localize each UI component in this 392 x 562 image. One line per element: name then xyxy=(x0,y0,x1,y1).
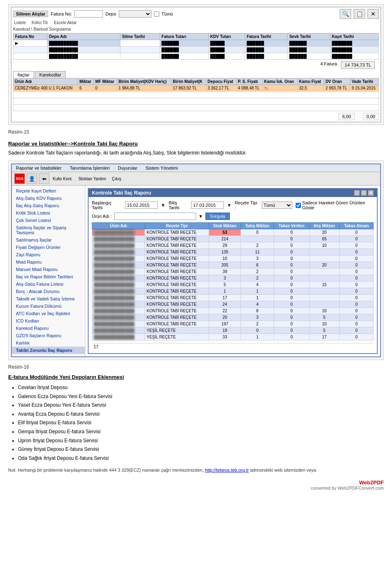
efatura-list-item: Oda Sağlık İtriyat Deposu E-fatura Servi… xyxy=(18,454,384,463)
excele-label: Excele Aktar xyxy=(53,20,78,25)
col-kdv-tutari: KDV Tutarı xyxy=(208,34,245,40)
report-table-row[interactable]: ██████████████KONTROLE TABİ REÇETE1100 xyxy=(92,288,374,295)
col-miktar: Miktar xyxy=(78,78,94,85)
depo-select[interactable] xyxy=(119,10,151,18)
table-row[interactable]: ██████████ ██████ █████ ██████ ██████ ██… xyxy=(13,47,379,53)
sidebar-nav: Reçete Kayıt Defteri Alış-Satış KDV Rapo… xyxy=(12,186,85,356)
col-kamu-isk: Kamu İsk. Oran xyxy=(263,78,298,85)
app-body: Reçete Kayıt Defteri Alış-Satış KDV Rapo… xyxy=(12,186,380,356)
sidebar-item-ilac-alis-satis[interactable]: İlaç Alış-Satış Raporu xyxy=(12,202,85,209)
report-table-row[interactable]: ██████████████KONTROLE TABİ REÇETE135110… xyxy=(92,249,374,255)
col-kayit-tarihi: Kayıt Tarihi xyxy=(330,34,379,40)
report-table-row[interactable]: ██████████████KONTROLE TABİ REÇETE292010… xyxy=(92,242,374,249)
report-table-row[interactable]: ██████████████KONTROLE TABİ REÇETE228010… xyxy=(92,308,374,314)
menu-sistem[interactable]: Sistem Yönetimi xyxy=(141,164,182,172)
hareket-checkbox[interactable] xyxy=(296,203,301,208)
report-table-row[interactable]: ██████████████KONTROLE TABİ REÇETE203050 xyxy=(92,314,374,321)
baslangic-label: Başlangıç Tarihi xyxy=(92,200,122,210)
report-table-row[interactable]: ██████████████KONTROLE TABİ REÇETE3200 xyxy=(92,275,374,282)
sidebar-item-satilmis-ilaclar[interactable]: Satılmış İlaçlar ve Sipariş Tavsiyesi xyxy=(12,224,85,236)
rth-takas-v: Takas Verilen xyxy=(274,223,309,229)
dropdown-arrow-bitis[interactable]: ▼ xyxy=(227,203,232,208)
report-table-row[interactable]: ██████████████KONTROLE TABİ REÇETE214065… xyxy=(92,236,374,242)
toolbar-label-kulto: Kulto Kont. xyxy=(53,177,73,181)
report-table-row[interactable]: ██████████████YEŞİL REÇETE180050 xyxy=(92,327,374,334)
col-mf-miktar: MF Miktar xyxy=(94,78,117,85)
efatura-list-item: Yaset Ecza Deposu Yeni E-fatura Servisi xyxy=(18,401,384,410)
section1-heading: Raporlar ve İstatistikler-->Kontrole Tab… xyxy=(8,141,384,147)
app-menubar: Raporlar ve İstatistikler Tanımlama İşle… xyxy=(12,164,380,172)
sidebar-item-satilmamis[interactable]: Satılmamış İlaçlar xyxy=(12,236,85,244)
menu-raporlar[interactable]: Raporlar ve İstatistikler xyxy=(12,164,66,172)
app-window: Raporlar ve İstatistikler Tanımlama İşle… xyxy=(11,163,381,357)
report-table-row[interactable]: ██████████████KONTROLE TABİ REÇETE39200 xyxy=(92,269,374,275)
sidebar-item-karekod-raporu[interactable]: Karekod Raporu xyxy=(12,325,85,332)
sgs-icon[interactable]: SGS xyxy=(14,173,25,184)
dropdown-arrow-urun[interactable]: ▼ xyxy=(198,214,203,219)
win-minimize-btn[interactable]: _ xyxy=(354,190,360,196)
fatura-no-label: Fatura No: xyxy=(51,11,72,16)
col-birim-mal-harsiz: Birim Maliyet(KDV Hariç) xyxy=(117,78,172,85)
report-table-row[interactable]: ██████████████KONTROLE TABİ REÇETE197201… xyxy=(92,321,374,327)
sidebar-item-zayi[interactable]: Zayi Raporu xyxy=(12,251,85,258)
table-row[interactable]: ▶ ██████████ ██████ █████ ██████ ██████ … xyxy=(13,40,379,47)
sidebar-item-alis-satis-kdv[interactable]: Alış-Satış KDV Raporu xyxy=(12,195,85,202)
footer-link[interactable]: http://tebeos.teb.org.tr xyxy=(205,468,249,472)
window-buttons: _ □ ✕ xyxy=(354,190,374,196)
dialog-window: Kontrole Tabi İlaç Raporu _ □ ✕ Başlangı… xyxy=(88,188,378,354)
sidebar-item-gzd[interactable]: GZD'li İlaçların Raporu xyxy=(12,332,85,339)
kolici-tili-btn[interactable]: 📋 xyxy=(354,9,365,19)
footer-mf: 0,00 xyxy=(363,113,379,120)
report-table-row[interactable]: ██████████████KONTROLE TABİ REÇETE205602… xyxy=(92,262,374,269)
resim16-screenshot: Raporlar ve İstatistikler Tanımlama İşle… xyxy=(8,161,384,360)
report-table-row[interactable]: ██████████████YEŞİL REÇETE3310170 xyxy=(92,334,374,340)
main-content: Kontrole Tabi İlaç Raporu _ □ ✕ Başlangı… xyxy=(85,186,380,356)
table-row[interactable]: ██████████ ██████ █████ ██████ ██████ ██… xyxy=(13,53,379,60)
watermark-bottom: converted by Web2PDFConvert.com xyxy=(0,486,384,490)
menu-duyurular[interactable]: Duyurular xyxy=(114,164,142,172)
excele-aktar-btn[interactable]: ✕ xyxy=(368,9,379,19)
sidebar-item-ilac-rapor-bitirim[interactable]: İlaç ve Rapor Bitirim Tarihleri xyxy=(12,273,85,280)
win-maximize-btn[interactable]: □ xyxy=(361,190,367,196)
tumu-checkbox[interactable] xyxy=(154,11,159,17)
tab-karekodlar[interactable]: Karekodlar xyxy=(35,71,65,78)
sidebar-item-cek-senet[interactable]: Çek Senet Listesi xyxy=(12,217,85,224)
sidebar-item-recete-kayit[interactable]: Reçete Kayıt Defteri xyxy=(12,187,85,195)
footer-qty: 6,00 xyxy=(339,113,354,120)
bitis-input[interactable] xyxy=(191,202,224,209)
sidebar-item-taksitli-vadeli[interactable]: Taksitli ve Vadeli Satış İzleme xyxy=(12,295,85,302)
recete-tipi-select[interactable]: Tümü xyxy=(262,202,293,209)
detail-row[interactable]: CEREZYMEe 400 U 1 FLAKON 6 0 1 984,88 TL… xyxy=(13,85,379,92)
fatura-no-input[interactable] xyxy=(74,10,103,18)
logout-icon[interactable]: ⬅ xyxy=(39,173,49,184)
dropdown-arrow-baslangic[interactable]: ▼ xyxy=(161,203,165,208)
report-table-row[interactable]: ██████████████KONTROLE TABİ REÇETE540150 xyxy=(92,282,374,288)
menu-tanimlama[interactable]: Tanımlama İşlemleri xyxy=(66,164,114,172)
user-icon[interactable]: 👤 xyxy=(27,173,37,184)
baslangic-input[interactable] xyxy=(125,202,158,209)
sidebar-item-atc-kodlari[interactable]: ATC Kodları ve İlaç İlişkileri xyxy=(12,310,85,317)
sidebar-item-icd[interactable]: ICD Kodları xyxy=(12,317,85,325)
report-table-row[interactable]: ██████████████KONTROLE TABİ REÇETE530020… xyxy=(92,229,374,236)
watermark-top: Web2PDF xyxy=(0,479,384,486)
report-table-row[interactable]: ██████████████KONTROLE TABİ REÇETE24400 xyxy=(92,301,374,308)
hareket-label: Sadece Hareket Gören Ürünleri Göste xyxy=(302,200,374,210)
sidebar-item-karlilik[interactable]: Karlılık xyxy=(12,339,85,347)
win-close-btn[interactable]: ✕ xyxy=(368,190,374,196)
summary-amount: 14 734,73 TL xyxy=(341,61,375,69)
tab-ilaclar[interactable]: İlaçlar xyxy=(13,71,34,78)
sidebar-item-fiyati-degisen[interactable]: Fiyatı Değişen Ürünler xyxy=(12,244,85,251)
sidebar-item-kritik-stok[interactable]: Kritik Stok Listesi xyxy=(12,209,85,217)
sidebar-item-kurum-fatura[interactable]: Kurum Fatura Dökümü xyxy=(12,302,85,310)
sidebar-item-borc-alacak[interactable]: Borç - Alacak Durumu xyxy=(12,288,85,295)
listele-btn[interactable]: 🔍 xyxy=(340,9,351,19)
sidebar-item-miad[interactable]: Miad Raporu xyxy=(12,258,85,266)
report-table-row[interactable]: ██████████████KONTROLE TABİ REÇETE17100 xyxy=(92,295,374,301)
sidebar-item-takibi-zorunlu[interactable]: Takibi Zorunlu İlaç Raporu xyxy=(12,347,85,354)
silinen-alislar-label: Silinen Alışlar xyxy=(13,11,48,17)
sidebar-item-alis-satis-fatura[interactable]: Alış-Satış Fatura Listesi xyxy=(12,280,85,288)
sidebar-item-manuel-miad[interactable]: Manuel Miad Raporu xyxy=(12,266,85,273)
urun-adi-input[interactable] xyxy=(114,213,196,220)
report-table-row[interactable]: ██████████████KONTROLE TABİ REÇETE10300 xyxy=(92,255,374,262)
sorgula-btn[interactable]: Sorgula xyxy=(205,213,230,220)
